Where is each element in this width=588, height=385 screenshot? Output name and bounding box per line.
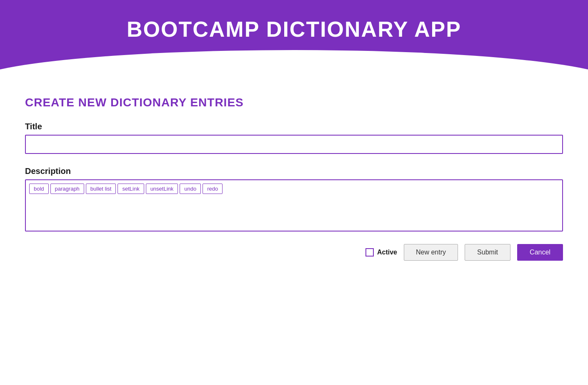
app-header: BOOTCAMP DICTIONARY APP xyxy=(0,0,588,71)
title-input[interactable] xyxy=(25,135,563,154)
toolbar-set-link-button[interactable]: setLink xyxy=(118,184,144,194)
toolbar-undo-button[interactable]: undo xyxy=(180,184,201,194)
description-editor: bold paragraph bullet list setLink unset… xyxy=(25,179,563,232)
active-label-text: Active xyxy=(377,249,397,256)
toolbar-unset-link-button[interactable]: unsetLink xyxy=(146,184,178,194)
active-label: Active xyxy=(365,248,397,257)
description-field-group: Description bold paragraph bullet list s… xyxy=(25,166,563,232)
toolbar-bold-button[interactable]: bold xyxy=(29,184,49,194)
section-title: CREATE NEW DICTIONARY ENTRIES xyxy=(25,96,563,109)
toolbar-bullet-list-button[interactable]: bullet list xyxy=(86,184,116,194)
title-label: Title xyxy=(25,122,563,131)
main-content: CREATE NEW DICTIONARY ENTRIES Title Desc… xyxy=(0,71,588,277)
active-checkbox[interactable] xyxy=(365,248,374,257)
toolbar-paragraph-button[interactable]: paragraph xyxy=(50,184,84,194)
new-entry-button[interactable]: New entry xyxy=(404,244,458,261)
description-label: Description xyxy=(25,166,563,176)
app-title: BOOTCAMP DICTIONARY APP xyxy=(8,17,580,42)
toolbar-redo-button[interactable]: redo xyxy=(203,184,223,194)
action-bar: Active New entry Submit Cancel xyxy=(25,244,563,261)
cancel-button[interactable]: Cancel xyxy=(517,244,563,261)
title-field-group: Title xyxy=(25,122,563,154)
submit-button[interactable]: Submit xyxy=(465,244,510,261)
description-content-area[interactable] xyxy=(26,197,562,231)
editor-toolbar: bold paragraph bullet list setLink unset… xyxy=(26,180,562,197)
